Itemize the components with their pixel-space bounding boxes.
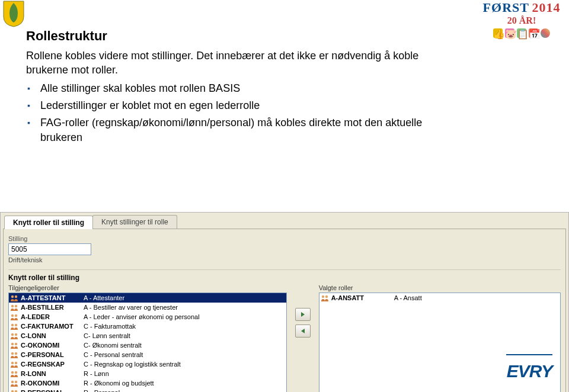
evry-text: EVRY [506,361,552,381]
role-icon [10,351,18,358]
role-row[interactable]: A-ATTESTANTA - Attestanter [9,293,286,303]
tab-bar: Knytt roller til stilling Knytt stilling… [1,213,568,229]
section-label: Knytt roller til stilling [8,269,561,282]
evry-logo: EVRY [506,354,552,381]
svg-point-3 [15,305,17,307]
stilling-subtext: Drift/teknisk [8,256,561,264]
selected-roles-label: Valgte roller [319,284,561,291]
role-code: R-LONN [21,370,81,377]
bullet-item: FAG-roller (regnskap/økonomi/lønn/person… [40,115,429,145]
role-code: A-ATTESTANT [21,294,81,301]
role-desc: C- Økonomi sentralt [84,342,285,349]
forst-mini-icons: 👍 🐷 📋 📅 [480,28,563,38]
role-row[interactable]: R-LONNR - Lønn [9,369,286,378]
forst-sub: 20 ÅR! [480,15,563,26]
stilling-input[interactable] [8,243,91,255]
bullet-item: Lederstillinger er koblet mot en egen le… [40,98,429,113]
role-icon [10,380,18,387]
role-desc: C - Fakturamottak [84,323,285,330]
forst-label: FØRST [483,0,529,15]
role-code: R-PERSONAL [21,389,81,392]
role-row[interactable]: C-REGNSKAPC - Regnskap og logistikk sent… [9,359,286,369]
svg-point-17 [15,371,17,374]
role-row[interactable]: C-FAKTURAMOTC - Fakturamottak [9,322,286,331]
svg-point-23 [325,295,327,298]
svg-point-14 [11,362,14,364]
role-row[interactable]: A-ANSATTA - Ansatt [319,293,560,303]
role-code: A-LEDER [21,313,81,320]
available-roles-label: Tilgjengeligeroller [8,284,287,291]
svg-point-10 [11,343,14,345]
role-code: A-BESTILLER [21,304,81,311]
move-left-button[interactable] [295,324,311,338]
intro-text: Rollene kobles videre mot stillinger. De… [26,49,429,78]
svg-point-15 [15,362,17,364]
forst-logo: FØRST 2014 20 ÅR! 👍 🐷 📋 📅 [480,0,563,38]
role-desc: A - Attestanter [84,294,285,301]
move-right-button[interactable] [295,308,311,321]
role-row[interactable]: C-LONNC- Lønn sentralt [9,331,286,340]
svg-point-19 [15,381,17,383]
role-code: R-OKONOMI [21,380,81,387]
svg-point-12 [11,352,14,355]
role-icon [321,294,329,301]
role-desc: A - Leder - anviser økonomi og personal [84,313,285,320]
role-row[interactable]: R-OKONOMIR - Økonomi og budsjett [9,378,286,388]
page-title: Rollestruktur [26,28,429,44]
role-icon [10,389,18,392]
role-desc: A - Bestiller av varer og tjenester [84,304,285,311]
role-code: C-OKONOMI [21,342,81,349]
role-desc: C - Regnskap og logistikk sentralt [84,361,285,368]
svg-point-2 [11,305,14,307]
role-icon [10,313,18,320]
svg-point-6 [11,324,14,326]
forst-year: 2014 [532,0,560,15]
role-row[interactable]: A-LEDERA - Leder - anviser økonomi og pe… [9,312,286,322]
svg-point-18 [11,381,14,383]
role-row[interactable]: R-PERSONALR - Personal [9,388,286,392]
role-desc: C - Personal sentralt [84,351,285,358]
municipality-shield-icon [2,0,25,27]
tab-knytt-stillinger[interactable]: Knytt stillinger til rolle [92,215,177,229]
role-icon [10,323,18,330]
role-code: C-REGNSKAP [21,361,81,368]
svg-point-5 [15,314,17,317]
role-icon [10,361,18,368]
svg-point-1 [15,295,17,298]
stilling-label: Stilling [8,235,561,242]
role-code: C-PERSONAL [21,351,81,358]
svg-point-22 [321,295,324,298]
svg-point-8 [11,333,14,336]
role-desc: A - Ansatt [394,294,559,301]
role-desc: R - Personal [84,389,285,392]
available-roles-list[interactable]: A-ATTESTANTA - AttestanterA-BESTILLERA -… [8,293,287,392]
svg-point-11 [15,343,17,345]
role-code: C-FAKTURAMOT [21,323,81,330]
bullet-list: Alle stillinger skal kobles mot rollen B… [26,81,429,146]
role-icon [10,332,18,339]
role-icon [10,304,18,311]
app-window: Knytt roller til stilling Knytt stilling… [0,212,569,392]
role-row[interactable]: A-BESTILLERA - Bestiller av varer og tje… [9,303,286,312]
svg-point-4 [11,314,14,317]
svg-point-13 [15,352,17,355]
role-icon [10,370,18,377]
role-code: A-ANSATT [331,294,392,301]
svg-point-7 [15,324,17,326]
role-row[interactable]: C-OKONOMIC- Økonomi sentralt [9,340,286,350]
tab-knytt-roller[interactable]: Knytt roller til stilling [4,216,93,229]
role-icon [10,342,18,349]
role-code: C-LONN [21,332,81,339]
role-desc: R - Økonomi og budsjett [84,380,285,387]
svg-point-16 [11,371,14,374]
role-row[interactable]: C-PERSONALC - Personal sentralt [9,350,286,359]
svg-point-9 [15,333,17,336]
role-desc: R - Lønn [84,370,285,377]
role-desc: C- Lønn sentralt [84,332,285,339]
role-icon [10,294,18,301]
bullet-item: Alle stillinger skal kobles mot rollen B… [40,81,429,96]
svg-point-0 [11,295,14,298]
